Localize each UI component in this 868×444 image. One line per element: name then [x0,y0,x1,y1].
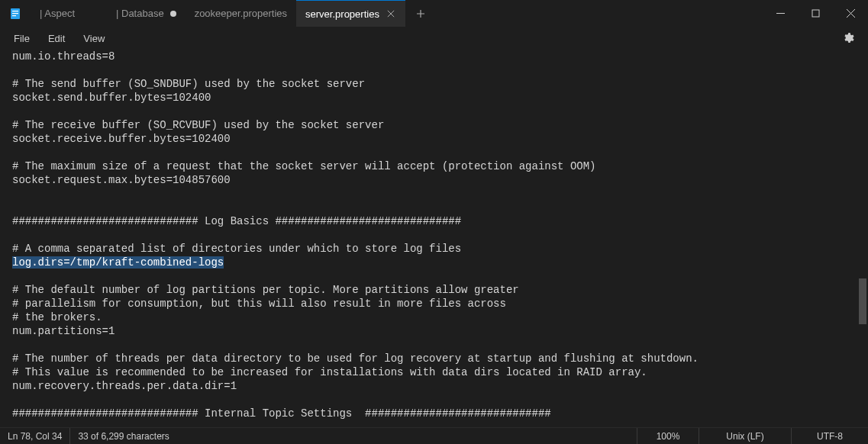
status-bar: Ln 78, Col 34 33 of 6,299 characters 100… [0,427,868,444]
selected-text: log.dirs=/tmp/kraft-combined-logs [12,256,224,269]
editor-area[interactable]: num.io.threads=8 # The send buffer (SO_S… [0,50,868,427]
new-tab-button[interactable] [405,0,436,27]
tab-label: server.properties [305,8,379,20]
spacer [177,428,637,444]
status-char-count[interactable]: 33 of 6,299 characters [70,428,176,444]
tab-label: | Database [116,8,164,19]
close-window-button[interactable] [833,0,868,27]
tab-strip: | Aspect | Database zookeeper.properties… [31,0,763,27]
window-controls [763,0,868,27]
editor-content[interactable]: num.io.threads=8 # The send buffer (SO_S… [0,50,868,420]
tab-server-properties[interactable]: server.properties [296,0,405,27]
tab-label: zookeeper.properties [195,8,287,19]
menu-group: File Edit View [6,30,112,47]
close-icon [847,9,855,18]
app-icon [0,0,31,27]
status-zoom[interactable]: 100% [637,428,699,444]
tab-database[interactable]: | Database [107,0,186,27]
text-before-selection: num.io.threads=8 # The send buffer (SO_S… [12,50,596,255]
menu-bar: File Edit View [0,27,868,50]
menu-view[interactable]: View [76,30,112,47]
close-tab-icon[interactable] [386,8,396,19]
status-line-endings[interactable]: Unix (LF) [699,428,791,444]
settings-button[interactable] [841,31,856,46]
scrollbar-thumb[interactable] [859,278,866,324]
minimize-icon [776,9,785,18]
tab-aspect[interactable]: | Aspect [31,0,107,27]
status-encoding[interactable]: UTF-8 [792,428,868,444]
title-bar: | Aspect | Database zookeeper.properties… [0,0,868,27]
menu-edit[interactable]: Edit [40,30,73,47]
maximize-button[interactable] [798,0,833,27]
minimize-button[interactable] [763,0,798,27]
tab-zookeeper[interactable]: zookeeper.properties [186,0,296,27]
maximize-icon [812,9,820,18]
vertical-scrollbar[interactable] [857,50,868,427]
svg-rect-4 [812,10,819,17]
svg-rect-1 [12,11,18,11]
notepad-icon [9,8,21,20]
modified-indicator-icon [170,11,176,17]
gear-icon [842,32,854,44]
svg-rect-3 [12,15,16,16]
status-cursor-position[interactable]: Ln 78, Col 34 [0,428,69,444]
menu-file[interactable]: File [6,30,37,47]
svg-rect-2 [12,13,18,14]
text-after-selection: # The default number of log partitions p… [12,284,699,420]
tab-label: | Aspect [40,8,75,19]
plus-icon [416,9,425,18]
